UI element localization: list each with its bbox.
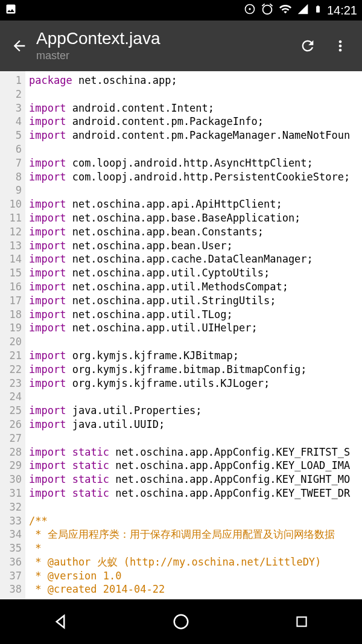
line-number: 28 [0,445,22,459]
line-number: 23 [0,377,22,391]
code-line: import net.oschina.app.util.MethodsCompa… [29,280,362,294]
code-line: /** [29,514,362,528]
line-number: 4 [0,115,22,129]
code-line: * [29,541,362,555]
wifi-icon [279,2,292,19]
code-content: package net.oschina.app; import android.… [25,71,362,599]
line-number: 36 [0,555,22,569]
svg-point-2 [174,615,188,629]
line-number: 30 [0,473,22,486]
line-number: 5 [0,129,22,142]
code-line: import net.oschina.app.api.ApiHttpClient… [29,197,362,211]
line-number: 1 [0,74,22,88]
code-line: import com.loopj.android.http.Persistent… [29,170,362,184]
navigation-bar [0,599,362,644]
signal-icon [297,3,309,18]
line-number: 29 [0,459,22,473]
code-line: import java.util.UUID; [29,418,362,432]
code-line: import net.oschina.app.util.CyptoUtils; [29,266,362,280]
code-line [29,88,362,101]
line-number: 16 [0,280,22,294]
line-number: 17 [0,294,22,308]
line-number: 34 [0,528,22,541]
line-number: 2 [0,88,22,101]
code-line: import net.oschina.app.base.BaseApplicat… [29,211,362,225]
code-line: import static net.oschina.app.AppConfig.… [29,445,362,459]
line-number: 35 [0,541,22,555]
nav-recent-button[interactable] [290,610,314,634]
line-number: 27 [0,432,22,445]
code-line: import net.oschina.app.util.StringUtils; [29,294,362,308]
code-line: import net.oschina.app.bean.Constants; [29,225,362,239]
page-title: AppContext.java [36,30,298,48]
line-number: 12 [0,225,22,239]
line-number: 14 [0,252,22,266]
line-number: 20 [0,335,22,349]
line-number: 3 [0,101,22,115]
line-number: 7 [0,156,22,170]
code-line [29,432,362,445]
line-number: 32 [0,500,22,514]
branch-subtitle: master [36,49,298,62]
line-number: 31 [0,486,22,500]
code-line: import static net.oschina.app.AppConfig.… [29,486,362,500]
nav-back-button[interactable] [48,610,72,634]
status-bar: 14:21 [0,0,362,21]
code-line: package net.oschina.app; [29,74,362,88]
status-circle-icon [244,3,256,18]
code-line: * @author 火蚁 (http://my.oschina.net/Litt… [29,555,362,569]
code-line: import com.loopj.android.http.AsyncHttpC… [29,156,362,170]
battery-icon [314,2,322,19]
code-line: import android.content.pm.PackageInfo; [29,115,362,129]
code-line: import org.kymjs.kjframe.bitmap.BitmapCo… [29,363,362,377]
code-line [29,142,362,156]
status-notification-icon [5,3,17,18]
code-line: import android.content.Intent; [29,101,362,115]
code-line: import net.oschina.app.util.UIHelper; [29,321,362,335]
back-button[interactable] [7,34,31,58]
code-line: * @version 1.0 [29,569,362,583]
line-number: 21 [0,349,22,363]
code-line: import net.oschina.app.bean.User; [29,239,362,253]
code-line: import static net.oschina.app.AppConfig.… [29,459,362,473]
code-viewer[interactable]: 1234567891011121314151617181920212223242… [0,71,362,599]
line-number: 15 [0,266,22,280]
code-line: import org.kymjs.kjframe.KJBitmap; [29,349,362,363]
line-number: 37 [0,569,22,583]
line-number-gutter: 1234567891011121314151617181920212223242… [0,71,25,599]
nav-home-button[interactable] [169,610,193,634]
code-line: import java.util.Properties; [29,404,362,418]
code-line: import net.oschina.app.cache.DataCleanMa… [29,252,362,266]
code-line: import net.oschina.app.util.TLog; [29,308,362,322]
line-number: 19 [0,321,22,335]
line-number: 38 [0,582,22,596]
line-number: 9 [0,183,22,197]
line-number: 8 [0,170,22,184]
line-number: 10 [0,197,22,211]
line-number: 26 [0,418,22,432]
code-line: import android.content.pm.PackageManager… [29,129,362,142]
code-line [29,183,362,197]
refresh-button[interactable] [298,36,317,56]
code-line: * @created 2014-04-22 [29,582,362,596]
code-line: * 全局应用程序类：用于保存和调用全局应用配置及访问网络数据 [29,528,362,541]
line-number: 25 [0,404,22,418]
status-time: 14:21 [327,4,357,18]
svg-point-1 [249,8,250,10]
line-number: 24 [0,390,22,404]
line-number: 6 [0,142,22,156]
code-line [29,390,362,404]
overflow-menu-button[interactable] [331,36,350,56]
alarm-icon [261,2,274,19]
app-bar: AppContext.java master [0,21,362,71]
line-number: 13 [0,239,22,253]
code-line [29,500,362,514]
svg-rect-3 [297,617,306,626]
line-number: 18 [0,308,22,322]
code-line: import org.kymjs.kjframe.utils.KJLoger; [29,377,362,391]
code-line: import static net.oschina.app.AppConfig.… [29,473,362,486]
line-number: 22 [0,363,22,377]
line-number: 11 [0,211,22,225]
code-line [29,335,362,349]
line-number: 33 [0,514,22,528]
